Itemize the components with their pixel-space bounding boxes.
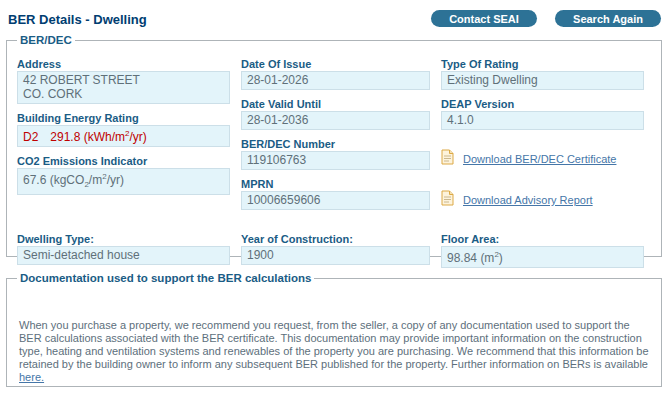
- year-of-construction-value: 1900: [241, 246, 430, 265]
- field-date-of-issue: Date Of Issue 28-01-2026: [241, 58, 430, 90]
- co2-value: 67.6: [23, 173, 46, 187]
- ber-value: 291.8: [50, 130, 80, 144]
- field-floor-area: Floor Area: 98.84 (m2): [441, 233, 651, 268]
- field-ber-dec-number: BER/DEC Number 119106763: [241, 138, 430, 170]
- field-dwelling-type: Dwelling Type: Semi-detached house: [17, 233, 230, 268]
- ber-column-2: Date Of Issue 28-01-2026 Date Valid Unti…: [241, 58, 430, 220]
- floor-area-value: 98.84 (m2): [441, 246, 644, 268]
- field-building-energy-rating: Building Energy Rating D2291.8 (kWh/m2/y…: [17, 112, 230, 147]
- co2-unit: (kgCO2/m2/yr): [50, 173, 124, 187]
- dwelling-type-value: Semi-detached house: [17, 246, 230, 265]
- ber-column-3: Type Of Rating Existing Dwelling DEAP Ve…: [441, 58, 651, 220]
- ber-dec-number-value: 119106763: [241, 151, 430, 170]
- year-of-construction-label: Year of Construction:: [241, 233, 430, 245]
- co2-emissions-label: CO2 Emissions Indicator: [17, 155, 230, 167]
- field-address: Address 42 ROBERT STREET CO. CORK: [17, 58, 230, 104]
- download-advisory-row: Download Advisory Report: [441, 190, 651, 210]
- ber-grade: D2: [23, 130, 38, 144]
- deap-version-value: 4.1.0: [441, 111, 644, 130]
- floor-area-unit: (m2): [480, 251, 502, 265]
- ber-bottom-row: Dwelling Type: Semi-detached house Year …: [17, 233, 651, 276]
- ber-unit: (kWh/m2/yr): [84, 130, 147, 144]
- address-value: 42 ROBERT STREET CO. CORK: [17, 71, 230, 104]
- building-energy-rating-value: D2291.8 (kWh/m2/yr): [17, 125, 230, 147]
- header-buttons: Contact SEAI Search Again: [431, 10, 662, 27]
- field-deap-version: DEAP Version 4.1.0: [441, 98, 651, 130]
- dwelling-type-label: Dwelling Type:: [17, 233, 230, 245]
- address-line-2: CO. CORK: [23, 87, 224, 101]
- field-co2-emissions: CO2 Emissions Indicator 67.6 (kgCO2/m2/y…: [17, 155, 230, 195]
- document-icon: [441, 190, 454, 210]
- ber-details-page: BER Details - Dwelling Contact SEAI Sear…: [0, 0, 668, 407]
- ber-dec-number-label: BER/DEC Number: [241, 138, 430, 150]
- mprn-label: MPRN: [241, 178, 430, 190]
- type-of-rating-label: Type Of Rating: [441, 58, 651, 70]
- building-energy-rating-label: Building Energy Rating: [17, 112, 230, 124]
- ber-dec-section: BER/DEC Address 42 ROBERT STREET CO. COR…: [6, 34, 662, 257]
- type-of-rating-value: Existing Dwelling: [441, 71, 644, 90]
- date-valid-until-label: Date Valid Until: [241, 98, 430, 110]
- field-type-of-rating: Type Of Rating Existing Dwelling: [441, 58, 651, 90]
- address-line-1: 42 ROBERT STREET: [23, 73, 224, 87]
- document-icon: [441, 149, 454, 169]
- documentation-text: When you purchase a property, we recomme…: [17, 319, 651, 384]
- documentation-legend: Documentation used to support the BER ca…: [17, 272, 314, 284]
- mprn-value: 10006659606: [241, 191, 430, 210]
- ber-dec-grid: Address 42 ROBERT STREET CO. CORK Buildi…: [17, 58, 651, 220]
- page-title: BER Details - Dwelling: [8, 10, 147, 27]
- documentation-paragraph: When you purchase a property, we recomme…: [19, 319, 649, 370]
- field-year-of-construction: Year of Construction: 1900: [241, 233, 430, 268]
- documentation-section: Documentation used to support the BER ca…: [6, 272, 662, 387]
- download-certificate-row: Download BER/DEC Certificate: [441, 149, 651, 169]
- address-label: Address: [17, 58, 230, 70]
- download-ber-dec-certificate-link[interactable]: Download BER/DEC Certificate: [463, 153, 616, 165]
- field-mprn: MPRN 10006659606: [241, 178, 430, 210]
- page-header: BER Details - Dwelling Contact SEAI Sear…: [0, 0, 668, 27]
- ber-dec-legend: BER/DEC: [17, 34, 75, 46]
- floor-area-label: Floor Area:: [441, 233, 651, 245]
- ber-column-1: Address 42 ROBERT STREET CO. CORK Buildi…: [17, 58, 230, 220]
- date-of-issue-label: Date Of Issue: [241, 58, 430, 70]
- deap-version-label: DEAP Version: [441, 98, 651, 110]
- contact-seai-button[interactable]: Contact SEAI: [431, 10, 537, 27]
- date-of-issue-value: 28-01-2026: [241, 71, 430, 90]
- search-again-button[interactable]: Search Again: [555, 10, 661, 27]
- further-information-here-link[interactable]: here.: [19, 371, 44, 383]
- floor-area-number: 98.84: [447, 251, 477, 265]
- download-advisory-report-link[interactable]: Download Advisory Report: [463, 194, 593, 206]
- co2-emissions-value: 67.6 (kgCO2/m2/yr): [17, 168, 230, 195]
- date-valid-until-value: 28-01-2036: [241, 111, 430, 130]
- field-date-valid-until: Date Valid Until 28-01-2036: [241, 98, 430, 130]
